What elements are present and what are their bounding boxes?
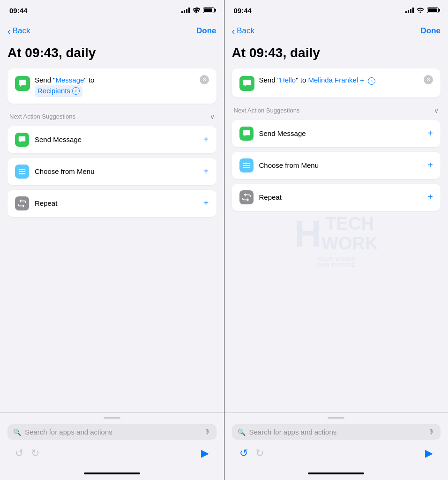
main-content-2: At 09:43, daily Send "Hello" to Melinda … [224, 41, 448, 412]
recipient-token-2[interactable]: Melinda Frankel [308, 76, 358, 84]
done-button-1[interactable]: Done [196, 26, 217, 36]
phone-screen-1: 09:44 ‹ Back Done At 09:43, daily [0, 0, 224, 480]
status-bar-2: 09:44 [224, 0, 448, 21]
recipients-token-1[interactable]: Recipients › [35, 85, 82, 97]
wifi-icon-2 [417, 7, 424, 14]
signal-icon-2 [405, 8, 414, 13]
choose-menu-icon-1 [15, 165, 29, 179]
suggestion-label-send-2: Send Message [259, 129, 422, 137]
back-label-2: Back [237, 26, 254, 36]
suggestions-title-1: Next Action Suggestions [9, 113, 75, 120]
chevron-left-icon-1: ‹ [7, 26, 11, 36]
search-placeholder-1: Search for apps and actions [25, 428, 201, 436]
send-message-icon-2 [239, 76, 254, 91]
add-repeat-button-2[interactable]: + [427, 192, 433, 202]
repeat-icon-2 [239, 190, 254, 204]
svg-rect-3 [19, 173, 25, 174]
message-token-1[interactable]: Message [56, 76, 84, 84]
mic-icon-2[interactable]: 🎙 [428, 428, 435, 436]
page-title-2: At 09:43, daily [232, 45, 441, 61]
message-token-2[interactable]: Hello [280, 76, 296, 84]
search-bar-2[interactable]: 🔍 Search for apps and actions 🎙 [232, 424, 441, 440]
add-choose-menu-button-2[interactable]: + [427, 160, 433, 171]
repeat-icon-1 [15, 196, 29, 210]
clear-button-2[interactable]: ✕ [424, 75, 433, 84]
suggestion-repeat-1[interactable]: Repeat + [7, 190, 217, 217]
bottom-toolbar-1: ↺ ↻ ▶ [7, 445, 217, 463]
home-bar-1 [84, 472, 140, 474]
back-button-2[interactable]: ‹ Back [232, 26, 254, 36]
add-send-message-button-1[interactable]: + [203, 134, 209, 145]
mic-icon-1[interactable]: 🎙 [204, 428, 211, 436]
recipients-arrow-icon-1: › [72, 87, 80, 95]
svg-rect-2 [19, 171, 25, 172]
bottom-toolbar-2: ↺ ↻ ▶ [232, 445, 441, 463]
nav-bar-2: ‹ Back Done [224, 21, 448, 41]
recipients-label-1: Recipients [37, 86, 70, 97]
svg-rect-4 [243, 163, 249, 164]
suggestions-chevron-icon-1[interactable]: ∨ [210, 113, 215, 120]
status-icons-1 [181, 7, 215, 14]
suggestions-chevron-icon-2[interactable]: ∨ [434, 107, 439, 114]
suggestion-label-repeat-2: Repeat [259, 193, 422, 201]
send-prefix-1: Send " [35, 76, 56, 84]
suggestion-label-repeat-1: Repeat [35, 199, 198, 207]
suggestion-send-message-2[interactable]: Send Message + [232, 120, 441, 147]
search-bar-1[interactable]: 🔍 Search for apps and actions 🎙 [7, 424, 217, 440]
status-bar-1: 09:44 [0, 0, 224, 21]
svg-rect-6 [243, 167, 249, 168]
sheet-handle-1 [104, 417, 120, 419]
bottom-sheet-2: 🔍 Search for apps and actions 🎙 ↺ ↻ ▶ [224, 412, 448, 469]
add-repeat-button-1[interactable]: + [203, 198, 209, 209]
suggestions-header-1: Next Action Suggestions ∨ [7, 113, 217, 120]
search-icon-1: 🔍 [13, 428, 21, 436]
nav-bar-1: ‹ Back Done [0, 21, 224, 41]
choose-menu-icon-2 [239, 158, 254, 172]
send-message-icon-1 [15, 76, 30, 91]
back-label-1: Back [13, 26, 30, 36]
send-message-suggestion-icon-1 [15, 133, 29, 147]
play-button-2[interactable]: ▶ [425, 447, 433, 459]
suggestions-header-2: Next Action Suggestions ∨ [232, 107, 441, 114]
play-button-1[interactable]: ▶ [201, 447, 209, 459]
home-indicator-1 [0, 469, 224, 480]
suggestion-repeat-2[interactable]: Repeat + [232, 184, 441, 211]
page-title-1: At 09:43, daily [7, 45, 217, 61]
svg-rect-5 [243, 165, 249, 166]
to-text-2: " to [296, 76, 306, 84]
suggestion-label-choose-1: Choose from Menu [35, 167, 198, 175]
redo-button-1[interactable]: ↻ [31, 447, 39, 459]
svg-rect-1 [19, 169, 25, 170]
phone-screen-2: H TECH WORK YOUR VISION OUR FUTURE 09:44 [224, 0, 448, 480]
action-text-1: Send "Message" to Recipients › [35, 75, 195, 97]
bottom-sheet-1: 🔍 Search for apps and actions 🎙 ↺ ↻ ▶ [0, 412, 224, 469]
recipient-arrow-icon-2: › [368, 77, 375, 85]
search-icon-2: 🔍 [238, 428, 246, 436]
add-send-message-button-2[interactable]: + [427, 128, 433, 139]
suggestion-choose-menu-2[interactable]: Choose from Menu + [232, 152, 441, 179]
suggestion-label-send-1: Send Message [35, 135, 198, 143]
suggestion-choose-menu-1[interactable]: Choose from Menu + [7, 158, 217, 185]
battery-icon-1 [203, 8, 215, 13]
signal-icon-1 [181, 8, 190, 13]
main-content-1: At 09:43, daily Send "Message" to Recipi… [0, 41, 224, 412]
search-placeholder-2: Search for apps and actions [249, 428, 425, 436]
sheet-handle-2 [328, 417, 344, 419]
undo-button-1[interactable]: ↺ [15, 447, 23, 459]
chevron-left-icon-2: ‹ [232, 26, 235, 36]
undo-button-2[interactable]: ↺ [239, 447, 248, 459]
plus-token-2[interactable]: + [360, 76, 364, 84]
home-indicator-2 [224, 469, 448, 480]
done-button-2[interactable]: Done [421, 26, 441, 36]
suggestion-label-choose-2: Choose from Menu [259, 161, 422, 169]
add-choose-menu-button-1[interactable]: + [203, 166, 209, 177]
send-message-suggestion-icon-2 [239, 127, 254, 141]
suggestions-title-2: Next Action Suggestions [234, 107, 300, 114]
back-button-1[interactable]: ‹ Back [7, 26, 30, 36]
clear-button-1[interactable]: ✕ [200, 75, 209, 84]
status-icons-2 [405, 7, 439, 14]
suggestion-send-message-1[interactable]: Send Message + [7, 126, 217, 153]
send-prefix-2: Send " [259, 76, 280, 84]
action-card-2: Send "Hello" to Melinda Frankel + › ✕ [232, 68, 441, 98]
redo-button-2[interactable]: ↻ [255, 447, 264, 459]
